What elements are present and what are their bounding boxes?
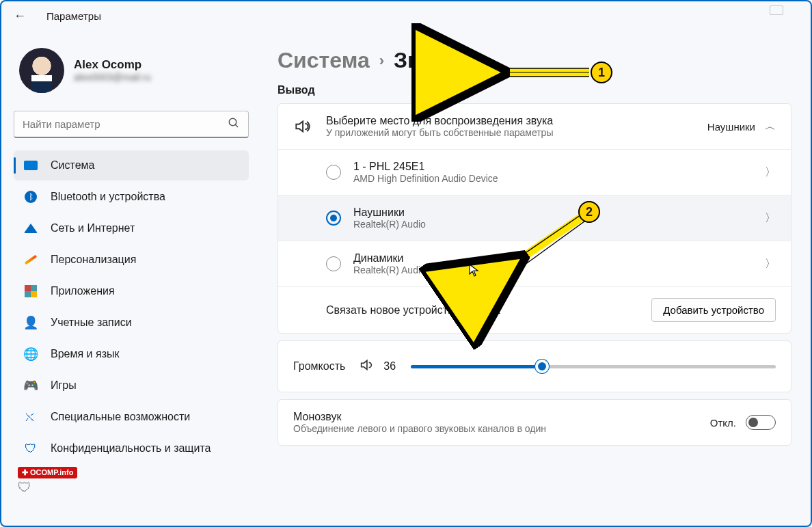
chevron-up-icon: ︿ [765, 120, 776, 134]
nav-item-accessibility[interactable]: ⛌Специальные возможности [14, 402, 249, 432]
chevron-right-icon[interactable]: 〉 [765, 165, 776, 180]
speaker-icon [293, 118, 326, 135]
device-name: Наушники [353, 206, 765, 219]
slider-thumb[interactable] [535, 360, 549, 373]
mouse-cursor-icon [469, 264, 480, 281]
nav-label: Учетные записи [51, 316, 132, 329]
nav-label: Специальные возможности [51, 411, 190, 423]
settings-window: ← Параметры Alex Ocomp alex0003@mail.ru … [0, 0, 812, 527]
avatar [19, 48, 64, 93]
svg-marker-2 [296, 121, 303, 131]
svg-marker-3 [362, 361, 367, 370]
pair-device-row: Связать новое устройство вывода Добавить… [278, 287, 791, 333]
breadcrumb-root[interactable]: Система [278, 48, 370, 73]
device-desc: AMD High Definition Audio Device [353, 173, 765, 184]
chevron-right-icon: › [379, 52, 384, 70]
back-button[interactable]: ← [14, 9, 27, 23]
device-name: Динамики [353, 252, 765, 265]
apps-icon [23, 284, 38, 299]
nav-item-apps[interactable]: Приложения [14, 276, 249, 306]
output-picker-row[interactable]: Выберите место для воспроизведения звука… [278, 104, 791, 150]
breadcrumb: Система › Звук [278, 48, 791, 73]
nav-item-gaming[interactable]: 🎮Игры [14, 370, 249, 401]
sidebar: Alex Ocomp alex0003@mail.ru Система ᛒBlu… [1, 30, 261, 526]
system-icon [23, 158, 38, 173]
device-name: 1 - PHL 245E1 [353, 161, 765, 173]
nav-item-bluetooth[interactable]: ᛒBluetooth и устройства [14, 182, 249, 212]
nav-item-personalization[interactable]: Персонализация [14, 245, 249, 275]
wifi-icon [23, 221, 38, 236]
bluetooth-icon: ᛒ [23, 189, 38, 204]
volume-row: Громкость 36 [278, 341, 791, 392]
search-icon [228, 117, 240, 132]
volume-label: Громкость [293, 360, 345, 373]
nav-label: Приложения [51, 285, 115, 297]
slider-fill [411, 365, 542, 368]
radio-unselected[interactable] [326, 165, 341, 180]
nav-label: Сеть и Интернет [51, 222, 135, 234]
shield-icon: 🛡 [18, 480, 77, 496]
radio-selected[interactable] [326, 211, 341, 226]
search-input[interactable] [23, 118, 228, 130]
brush-icon [23, 252, 38, 267]
device-row-headphones[interactable]: Наушники Realtek(R) Audio 〉 [278, 195, 791, 241]
nav-label: Система [51, 159, 94, 172]
device-row-speakers[interactable]: Динамики Realtek(R) Audio 〉 [278, 241, 791, 287]
mono-row[interactable]: Монозвук Объединение левого и правого зв… [278, 400, 791, 445]
chevron-right-icon[interactable]: 〉 [765, 211, 776, 226]
window-title: Параметры [46, 10, 101, 22]
accessibility-icon: ⛌ [23, 409, 38, 424]
profile-email: alex0003@mail.ru [74, 72, 151, 83]
nav-item-time-lang[interactable]: 🌐Время и язык [14, 339, 249, 369]
profile-name: Alex Ocomp [74, 58, 151, 72]
add-device-button[interactable]: Добавить устройство [651, 298, 776, 322]
nav: Система ᛒBluetooth и устройства Сеть и И… [14, 150, 249, 463]
breadcrumb-current: Звук [394, 48, 444, 73]
person-icon: 👤 [23, 315, 38, 330]
output-section-label: Вывод [278, 84, 791, 96]
mono-subtitle: Объединение левого и правого звуковых ка… [293, 423, 621, 434]
mono-toggle[interactable] [746, 415, 776, 430]
globe-icon: 🌐 [23, 347, 38, 362]
svg-point-0 [229, 118, 236, 126]
volume-icon[interactable] [359, 357, 374, 375]
watermark: ✚OCOMP.info 🛡 [18, 467, 77, 496]
volume-slider[interactable] [411, 365, 776, 368]
svg-line-1 [235, 124, 238, 127]
profile-block[interactable]: Alex Ocomp alex0003@mail.ru [14, 38, 249, 107]
nav-item-system[interactable]: Система [14, 150, 249, 180]
radio-unselected[interactable] [326, 256, 341, 271]
nav-item-network[interactable]: Сеть и Интернет [14, 213, 249, 243]
chevron-right-icon[interactable]: 〉 [765, 257, 776, 271]
nav-label: Bluetooth и устройства [51, 191, 165, 203]
output-card: Выберите место для воспроизведения звука… [278, 103, 791, 334]
device-desc: Realtek(R) Audio [353, 265, 765, 275]
main-content: Система › Звук Вывод Выберите место для … [261, 30, 811, 526]
titlebar: ← Параметры [1, 1, 811, 30]
mono-state-label: Откл. [710, 417, 736, 429]
nav-label: Игры [51, 379, 77, 392]
volume-card: Громкость 36 [278, 340, 791, 392]
restore-button[interactable] [770, 5, 783, 15]
picker-title: Выберите место для воспроизведения звука [326, 115, 707, 127]
nav-label: Время и язык [51, 348, 119, 360]
device-desc: Realtek(R) Audio [353, 219, 765, 230]
mono-title: Монозвук [293, 411, 710, 423]
mono-card: Монозвук Объединение левого и правого зв… [278, 399, 791, 446]
gamepad-icon: 🎮 [23, 378, 38, 393]
current-device-label: Наушники [707, 121, 755, 133]
nav-item-privacy[interactable]: 🛡Конфиденциальность и защита [14, 433, 249, 463]
device-row-phl[interactable]: 1 - PHL 245E1 AMD High Definition Audio … [278, 150, 791, 195]
pair-label: Связать новое устройство вывода [326, 304, 500, 316]
shield-icon: 🛡 [23, 441, 38, 456]
nav-label: Персонализация [51, 254, 136, 266]
nav-label: Конфиденциальность и защита [51, 442, 211, 455]
volume-value: 36 [383, 360, 401, 373]
picker-subtitle: У приложений могут быть собственные пара… [326, 127, 707, 138]
search-box[interactable] [14, 111, 249, 138]
nav-item-accounts[interactable]: 👤Учетные записи [14, 308, 249, 338]
